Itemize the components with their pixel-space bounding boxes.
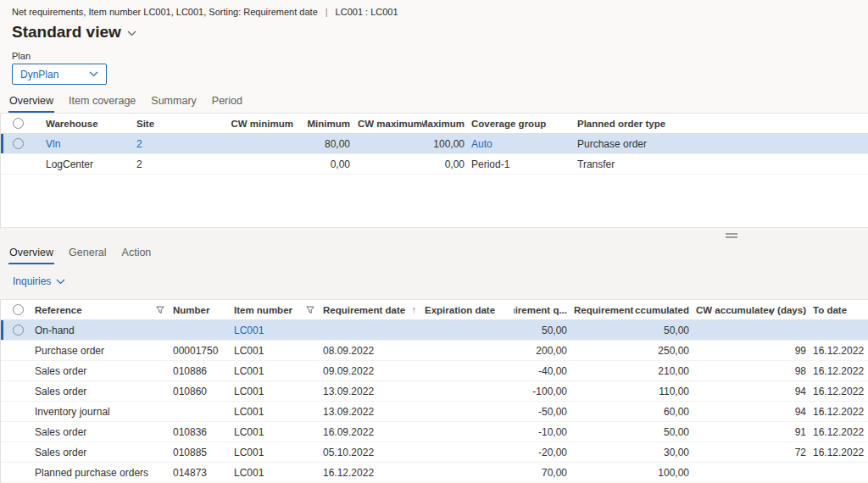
cell-planned-order-type: Transfer [577, 158, 868, 170]
row-selector-radio[interactable] [13, 325, 24, 336]
table-row[interactable]: Purchase order00001750LC00108.09.2022200… [1, 341, 868, 361]
tab-general[interactable]: General [68, 244, 107, 264]
column-header-reference[interactable]: Reference [35, 305, 173, 315]
column-header-planned-order-type[interactable]: Planned order type [577, 119, 868, 129]
plan-dropdown[interactable]: DynPlan [12, 64, 107, 85]
cell-value: 99 [795, 345, 806, 357]
cell-value: 0,00 [445, 158, 465, 170]
cell-reference: On-hand [35, 325, 173, 336]
breadcrumb: Net requirements, Item number LC001, LC0… [12, 7, 856, 17]
cell-value: -50,00 [538, 406, 567, 418]
column-header-maximum[interactable]: Maximum [422, 119, 465, 129]
column-header-coverage-group[interactable]: Coverage group [465, 119, 577, 129]
cell-item-number: LC001 [234, 365, 323, 377]
chevron-down-icon [127, 31, 136, 36]
cell-value: 09.09.2022 [323, 365, 374, 377]
cell-value: 00001750 [173, 345, 218, 357]
table-row[interactable]: Sales order010886LC00109.09.2022-40,0021… [1, 361, 868, 381]
cell-number: 014873 [173, 467, 234, 479]
table-row[interactable]: Sales order010885LC00105.10.2022-20,0030… [1, 442, 868, 463]
tab-overview[interactable]: Overview [8, 244, 54, 264]
cell-value: 50,00 [664, 325, 689, 336]
site-link[interactable]: 2 [136, 138, 142, 150]
cell-value: LC001 [234, 447, 264, 458]
cell-accumulated: 50,00 [635, 426, 689, 438]
select-all-cell [1, 118, 35, 129]
top-chrome: Net requirements, Item number LC001, LC0… [0, 0, 868, 85]
column-header-label: Coverage group [471, 119, 546, 129]
cell-value: 08.09.2022 [323, 345, 374, 357]
column-header-accumulated[interactable]: Accumulated [635, 305, 689, 315]
column-header-label: Minimum [308, 119, 350, 129]
cell-requirement-qty: -50,00 [514, 406, 567, 418]
select-all-radio[interactable] [13, 304, 24, 315]
coverage-group-link[interactable]: Auto [471, 138, 492, 150]
inquiries-menu-button[interactable]: Inquiries [13, 275, 65, 287]
cell-value: 0,00 [331, 158, 350, 170]
cell-requirement-qty: 50,00 [514, 325, 567, 336]
cell-accumulated: 250,00 [635, 345, 689, 357]
tab-summary[interactable]: Summary [150, 92, 197, 113]
item-number-link[interactable]: LC001 [234, 325, 264, 336]
cell-requirement-qty: -40,00 [514, 365, 567, 377]
column-header-item-number[interactable]: Item number [234, 305, 323, 315]
warehouse-link[interactable]: Vln [46, 138, 60, 150]
column-header-cw-maximum[interactable]: CW maximum [350, 119, 422, 129]
table-row[interactable]: Sales order010860LC00113.09.2022-100,001… [1, 381, 868, 402]
tab-period[interactable]: Period [211, 92, 243, 113]
column-header-label: Planned order type [577, 119, 665, 129]
table-row[interactable]: Planned purchase orders014873LC00116.12.… [1, 463, 868, 483]
column-header-cw-minimum[interactable]: CW minimum [221, 119, 293, 129]
column-header-site[interactable]: Site [136, 119, 221, 129]
breadcrumb-text: Net requirements, Item number LC001, LC0… [12, 7, 318, 17]
column-header-to-date[interactable]: To date [806, 305, 864, 315]
cell-value: LogCenter [46, 158, 93, 170]
cell-value: 50,00 [542, 325, 567, 336]
cell-reference: Sales order [35, 447, 173, 458]
column-header-label: CW accumulated [696, 305, 771, 315]
inquiries-label: Inquiries [13, 275, 51, 287]
cell-maximum: 100,00 [422, 138, 465, 150]
column-header-label: Requirement C... [574, 305, 635, 315]
cell-item-number: LC001 [234, 386, 323, 397]
cell-to-date: 16.12.2022 [806, 345, 864, 357]
column-header-warehouse[interactable]: Warehouse [35, 119, 136, 129]
cell-value: 16.12.2022 [323, 467, 374, 479]
select-all-radio[interactable] [13, 118, 24, 129]
tab-overview[interactable]: Overview [8, 92, 54, 113]
column-header-label: Site [136, 119, 154, 129]
cell-value: -20,00 [538, 447, 567, 458]
cell-value: 16.12.2022 [813, 345, 864, 357]
column-header-minimum[interactable]: Minimum [293, 119, 350, 129]
cell-value: Planned purchase orders [35, 467, 148, 479]
column-header-cw-accumulated[interactable]: CW accumulated [689, 305, 771, 315]
table-row[interactable]: On-handLC00150,0050,00 [1, 320, 868, 341]
tab-item-coverage[interactable]: Item coverage [68, 92, 136, 113]
cell-value: 60,00 [664, 406, 689, 418]
column-header-expiration-date[interactable]: Expiration date [425, 305, 514, 315]
column-header-requirement-qty[interactable]: Requirement q... [514, 305, 567, 315]
splitter-drag-handle[interactable] [726, 233, 737, 238]
column-header-requirement-cw[interactable]: Requirement C... [567, 305, 635, 315]
cell-value: 16.12.2022 [813, 406, 864, 418]
table-row[interactable]: LogCenter20,000,00Period-1Transfer [1, 154, 868, 175]
cell-value: 16.12.2022 [813, 386, 864, 397]
table-row[interactable]: Sales order010836LC00116.09.2022-10,0050… [1, 422, 868, 442]
cell-maximum: 0,00 [422, 158, 465, 170]
cell-accumulated: 50,00 [635, 325, 689, 336]
column-header-number[interactable]: Number [173, 305, 234, 315]
cell-value: Sales order [35, 386, 86, 397]
cell-number: 010860 [173, 386, 234, 397]
column-header-delay-days[interactable]: Delay (days) [771, 305, 806, 315]
cell-requirement-date: 08.09.2022 [323, 345, 425, 357]
cell-value: -10,00 [538, 426, 567, 438]
table-row[interactable]: Vln280,00100,00AutoPurchase order [1, 134, 868, 154]
tab-action[interactable]: Action [121, 244, 153, 264]
cell-requirement-date: 16.12.2022 [323, 467, 425, 479]
cell-minimum: 0,00 [293, 158, 350, 170]
view-selector[interactable]: Standard view [12, 23, 136, 42]
row-selector-radio[interactable] [13, 138, 24, 149]
table-row[interactable]: Inventory journalLC00113.09.2022-50,0060… [1, 402, 868, 422]
column-header-requirement-date[interactable]: Requirement date↑ [323, 305, 425, 315]
cell-to-date: 16.12.2022 [806, 386, 864, 397]
